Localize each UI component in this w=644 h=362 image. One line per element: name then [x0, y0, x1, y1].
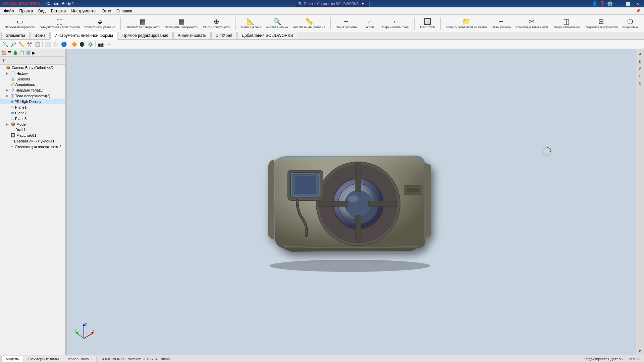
menu-file[interactable]: Файл: [1, 8, 17, 14]
scale-button[interactable]: 🔲 Масштаб6: [417, 17, 437, 29]
parting-lines-icon: ╌: [499, 18, 503, 25]
parting-surfaces-button[interactable]: ◫ Поверхности разъема: [550, 17, 582, 29]
more-tools-icon[interactable]: ⋯: [105, 41, 112, 48]
parting-lines-button[interactable]: ╌ Линии разъема: [490, 17, 513, 29]
rp-scene-btn[interactable]: S: [637, 65, 644, 72]
shadows-icon[interactable]: 🌒: [78, 41, 86, 48]
minimize-button[interactable]: ─: [615, 2, 622, 6]
rp-collapse-btn[interactable]: ▶: [637, 347, 644, 354]
model-expand-icon[interactable]: ▶: [6, 122, 11, 126]
main-area: 🏠 ☰ 🌲 📋 ⚙️ ▶ ▼ 📦 Camera Body (Default<<D…: [0, 49, 644, 355]
tree-item-draft1[interactable]: ⟋ Draft1: [0, 127, 65, 132]
menu-edit[interactable]: Правка: [17, 8, 36, 14]
restore-button[interactable]: ⬜: [624, 2, 632, 6]
section-view-icon[interactable]: 🔵: [60, 41, 67, 48]
status-tab-model[interactable]: Модель: [1, 356, 23, 362]
menu-window[interactable]: Окно: [99, 8, 114, 14]
toolbar-area: ▭ Плоская поверхность ⬚ Эквидистанта к п…: [0, 15, 644, 49]
user-icon[interactable]: 👤: [592, 1, 597, 6]
tree-item-plane1[interactable]: ▭ Plane1: [0, 104, 65, 110]
rp-appearance-btn[interactable]: A: [637, 51, 644, 57]
tree-item-annotations[interactable]: 🏷 Annotations: [0, 82, 65, 87]
search-dropdown-icon[interactable]: ▼: [361, 2, 365, 6]
undercut-analysis-button[interactable]: 🔍 Анализ выточек: [264, 17, 290, 29]
sidebar-home-icon[interactable]: 🏠: [1, 50, 7, 55]
tree-item-history[interactable]: ▶ 🕐 History: [0, 70, 65, 76]
draft-analysis-icon: 📐: [247, 18, 255, 25]
tab-analyze[interactable]: Анализировать: [173, 32, 211, 39]
rp-camera-btn[interactable]: C: [637, 80, 644, 87]
tree-item-sensors[interactable]: 📡 Sensors: [0, 76, 65, 82]
select-tool-icon[interactable]: 🔍: [1, 41, 9, 48]
plane1-icon: ▭: [11, 105, 14, 109]
help-search-bar[interactable]: 🔍 Поиск в Справке по SOLIDWORKS ▼: [296, 1, 370, 7]
rp-display-btn[interactable]: D: [637, 58, 644, 65]
draft-button[interactable]: ⟋ Уклон: [360, 17, 380, 29]
core-button[interactable]: ⬡ Сердцевина: [620, 17, 640, 29]
status-tab-3d-views[interactable]: Трехмерные виды: [23, 356, 63, 362]
tree-item-scale61[interactable]: 🔲 Масштаб61: [0, 132, 65, 138]
tree-item-surface-bodies[interactable]: ▶ ◫ Тела поверхности(2): [0, 93, 65, 99]
help-icon[interactable]: ❓: [599, 1, 605, 6]
tab-sketch[interactable]: Эскиз: [30, 32, 50, 39]
tree-item-solid-bodies[interactable]: ▶ ⬡ Твердые тела(1): [0, 87, 65, 93]
draft-analysis-button[interactable]: 📐 Анализ уклона: [238, 17, 263, 29]
settings-icon[interactable]: ⚙️: [607, 1, 613, 6]
sidebar-prop-icon[interactable]: 📋: [19, 50, 24, 55]
status-tab-motion[interactable]: Motion Study 1: [63, 356, 96, 362]
tooling-split-button[interactable]: ⊞ Разделение инструментов: [583, 17, 620, 29]
fill-surface-button[interactable]: ▦ Заполнить поверхность: [163, 17, 200, 29]
3d-viewport[interactable]: Z X Y: [67, 49, 636, 355]
parting-line-button[interactable]: ╌ Линия разъема: [333, 17, 359, 29]
close-button[interactable]: ✕: [634, 2, 641, 6]
ambience-icon[interactable]: ⚙️: [87, 41, 94, 48]
tab-row: Элементы Эскиз Инструменты литейной форм…: [0, 32, 644, 40]
menu-help[interactable]: Справка: [114, 8, 135, 14]
ruled-surface-button[interactable]: ▤ Линейчатая поверхность: [123, 17, 162, 29]
tree-item-root[interactable]: 📦 Camera Body (Default<<Default>_Display…: [0, 65, 65, 70]
toolbar-sep-1: [120, 17, 121, 30]
view-cube-icon[interactable]: ⬜: [44, 41, 51, 48]
clipboard-icon[interactable]: 📋: [34, 41, 41, 48]
parting-surface-button[interactable]: ⬙ Поверхность разъема: [83, 17, 117, 29]
toolbar-pin[interactable]: 📌: [634, 9, 643, 13]
sidebar-list-icon[interactable]: ☰: [8, 50, 12, 55]
tree-item-plane2[interactable]: ▭ Plane2: [0, 110, 65, 116]
move-face-button[interactable]: ↔ Переместить грань: [380, 17, 412, 29]
flat-surface-button[interactable]: ▭ Плоская поверхность: [3, 17, 37, 29]
rp-light-btn[interactable]: L: [637, 73, 644, 79]
tree-item-baseline[interactable]: ╌ Базовая линия уклона1: [0, 138, 65, 144]
tree-item-cut-surface[interactable]: ✂ Отсекающая поверхность2: [0, 144, 65, 149]
tree-item-model[interactable]: ▶ 📦 Model: [0, 121, 65, 127]
sidebar-tree-icon[interactable]: 🌲: [13, 50, 18, 55]
tab-direct-edit[interactable]: Прямое редактирование: [118, 32, 173, 39]
history-expand-icon[interactable]: ▶: [6, 71, 11, 75]
surface-expand-icon[interactable]: ▶: [6, 94, 11, 98]
tree-item-plane3[interactable]: ▭ Plane3: [0, 116, 65, 121]
tree-item-pe-high-density[interactable]: ◈ PE High Density: [0, 99, 65, 104]
display-style-icon[interactable]: ⬡: [52, 41, 59, 48]
cut-tool-icon[interactable]: ✂️: [25, 41, 33, 48]
tooling-split-label: Разделение инструментов: [585, 25, 618, 28]
sidebar-arrow-icon[interactable]: ▶: [32, 50, 35, 55]
tab-dimxpert[interactable]: DimXpert: [211, 32, 237, 39]
zoom-tool-icon[interactable]: 🔎: [9, 41, 17, 48]
sketch-tool-icon[interactable]: ✏️: [17, 41, 25, 48]
sidebar-collapse-handle[interactable]: ◀: [65, 202, 65, 212]
knit-surface-button[interactable]: ⊕ Сшить поверхность: [201, 17, 232, 29]
tab-solidworks-addins[interactable]: Добавления SOLIDWORKS: [237, 32, 298, 39]
realview-icon[interactable]: 🔶: [70, 41, 78, 48]
tab-mold-tools[interactable]: Инструменты литейной формы: [50, 32, 117, 40]
history-icon: 🕐: [11, 71, 15, 75]
menu-insert[interactable]: Вставка: [48, 8, 69, 14]
insert-mold-button[interactable]: 📁 Вставить папки литейной формы: [443, 17, 489, 29]
tab-elements[interactable]: Элементы: [1, 32, 30, 39]
sidebar-config-icon[interactable]: ⚙️: [25, 50, 31, 55]
menu-tools[interactable]: Инструменты: [68, 8, 99, 14]
equidistant-button[interactable]: ⬚ Эквидистанта к поверхности: [38, 17, 82, 29]
shutoff-surface-button[interactable]: ✂ Отсекающая поверхности: [514, 17, 550, 29]
menu-view[interactable]: Вид: [36, 8, 48, 14]
solid-expand-icon[interactable]: ▶: [6, 88, 11, 92]
parting-line-analysis-button[interactable]: 📏 Анализ линии разъема: [291, 17, 327, 29]
viewport-settings-icon[interactable]: 📷: [97, 41, 104, 48]
